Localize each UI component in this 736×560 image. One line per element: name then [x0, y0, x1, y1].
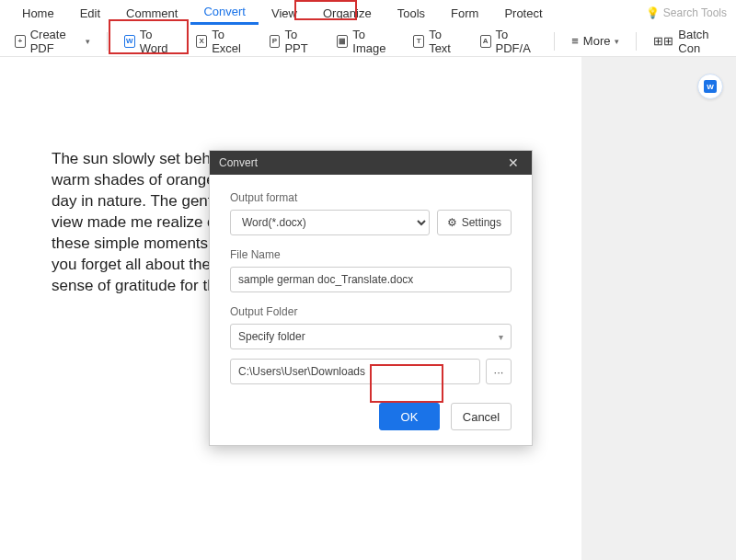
to-excel-button[interactable]: X To Excel [189, 25, 256, 58]
file-name-input[interactable] [230, 267, 512, 292]
image-icon: ▦ [337, 35, 348, 48]
gear-icon: ⚙ [447, 216, 457, 229]
settings-button[interactable]: ⚙ Settings [437, 210, 512, 235]
to-image-button[interactable]: ▦ To Image [329, 25, 400, 58]
ppt-icon: P [270, 35, 281, 48]
folder-mode-select[interactable]: Specify folder ▾ [230, 324, 512, 349]
folder-mode-value: Specify folder [238, 330, 305, 343]
file-name-label: File Name [230, 248, 512, 261]
output-format-label: Output format [230, 191, 512, 204]
create-pdf-button[interactable]: + Create PDF ▾ [7, 25, 98, 58]
to-pdfa-button[interactable]: A To PDF/A [473, 25, 546, 58]
tab-form[interactable]: Form [438, 3, 491, 24]
dialog-body: Output format Word(*.docx) ⚙ Settings Fi… [210, 175, 532, 445]
menu-tabs: Home Edit Comment Convert View Organize … [0, 0, 736, 26]
to-excel-label: To Excel [212, 28, 248, 55]
word-badge[interactable]: W [697, 74, 723, 99]
separator [554, 32, 555, 51]
output-path-input[interactable] [230, 359, 480, 384]
text-icon: T [413, 35, 424, 48]
output-folder-label: Output Folder [230, 305, 512, 318]
batch-button[interactable]: ⊞⊞ Batch Con [646, 25, 729, 58]
separator [107, 32, 108, 51]
word-icon: W [124, 35, 135, 48]
to-word-label: To Word [140, 28, 177, 55]
tab-comment[interactable]: Comment [113, 3, 190, 24]
excel-icon: X [196, 35, 207, 48]
pdfa-icon: A [480, 35, 491, 48]
tab-tools[interactable]: Tools [385, 3, 438, 24]
tab-organize[interactable]: Organize [310, 3, 385, 24]
dialog-titlebar: Convert ✕ [210, 151, 532, 175]
toolbar: + Create PDF ▾ W To Word X To Excel P To… [0, 26, 736, 57]
to-text-label: To Text [429, 28, 460, 55]
dialog-title-text: Convert [219, 156, 258, 169]
batch-label: Batch Con [678, 28, 721, 55]
chevron-down-icon: ▾ [615, 37, 619, 46]
search-tools[interactable]: 💡 Search Tools [646, 6, 727, 19]
side-panel: W [581, 57, 736, 560]
chevron-down-icon: ▾ [86, 37, 90, 46]
more-label: More [583, 34, 611, 48]
output-format-select[interactable]: Word(*.docx) [230, 210, 430, 235]
tab-protect[interactable]: Protect [491, 3, 555, 24]
chevron-down-icon: ▾ [499, 332, 503, 342]
to-text-button[interactable]: T To Text [406, 25, 466, 58]
to-word-button[interactable]: W To Word [117, 25, 183, 58]
more-button[interactable]: ≡ More ▾ [564, 31, 627, 51]
more-icon: ≡ [571, 34, 579, 48]
tab-home[interactable]: Home [9, 3, 67, 24]
plus-icon: + [15, 35, 26, 48]
create-pdf-label: Create PDF [30, 28, 81, 55]
close-icon[interactable]: ✕ [504, 155, 523, 170]
cancel-button[interactable]: Cancel [451, 403, 512, 430]
browse-button[interactable]: ··· [486, 359, 512, 384]
convert-dialog: Convert ✕ Output format Word(*.docx) ⚙ S… [209, 150, 533, 446]
to-ppt-label: To PPT [284, 28, 316, 55]
tab-convert[interactable]: Convert [190, 1, 259, 25]
lightbulb-icon: 💡 [646, 6, 660, 19]
to-image-label: To Image [352, 28, 393, 55]
batch-icon: ⊞⊞ [653, 34, 673, 48]
tab-edit[interactable]: Edit [67, 3, 113, 24]
separator [636, 32, 637, 51]
word-icon: W [704, 80, 717, 93]
dialog-footer: OK Cancel [230, 403, 512, 430]
to-ppt-button[interactable]: P To PPT [262, 25, 325, 58]
settings-label: Settings [462, 216, 501, 229]
to-pdfa-label: To PDF/A [496, 28, 538, 55]
ok-button[interactable]: OK [379, 403, 440, 430]
search-tools-label: Search Tools [663, 6, 727, 19]
tab-view[interactable]: View [259, 3, 310, 24]
